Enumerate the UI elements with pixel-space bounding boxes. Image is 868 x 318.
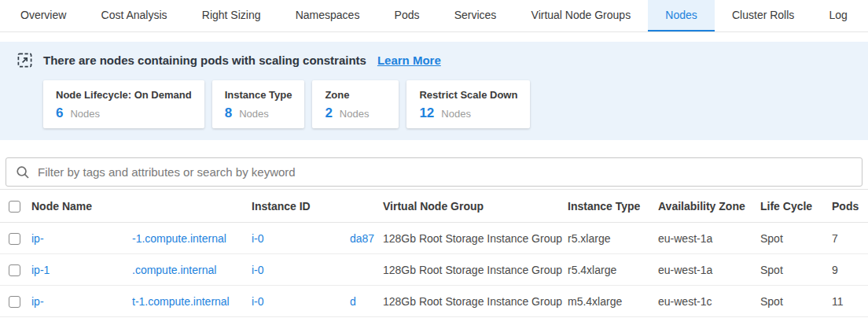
tab-namespaces[interactable]: Namespaces xyxy=(278,0,377,31)
instance-type-cell: r5.4xlarge xyxy=(568,254,658,286)
tab-nodes[interactable]: Nodes xyxy=(648,0,714,31)
node-name-link[interactable]: ip--1.compute.internal xyxy=(31,231,252,246)
virtual-node-group-cell: 128Gb Root Storage Instance Group xyxy=(383,223,568,254)
card-restrict-scale-down[interactable]: Restrict Scale Down 12 Nodes xyxy=(406,80,530,128)
card-instance-type[interactable]: Instance Type 8 Nodes xyxy=(212,80,305,128)
card-unit: Nodes xyxy=(441,108,471,120)
col-node-name: Node Name xyxy=(31,190,252,223)
availability-zone-cell: eu-west-1a xyxy=(658,254,760,286)
instance-type-cell: m5.4xlarge xyxy=(568,286,658,317)
tab-pods[interactable]: Pods xyxy=(377,0,437,31)
instance-id-link[interactable]: i-0d xyxy=(252,294,383,309)
row-checkbox[interactable] xyxy=(9,264,20,276)
card-title: Restrict Scale Down xyxy=(419,89,517,101)
instance-id-link[interactable]: i-0da87 xyxy=(252,231,383,246)
table-row[interactable]: ip-1.compute.internal i-0 128Gb Root Sto… xyxy=(0,254,868,286)
instance-type-cell: r5.xlarge xyxy=(568,223,658,254)
tab-cluster-rolls[interactable]: Cluster Rolls xyxy=(715,0,811,31)
virtual-node-group-cell: 128Gb Root Storage Instance Group xyxy=(383,254,568,286)
tab-services[interactable]: Services xyxy=(437,0,514,31)
table-header-row: Node Name Instance ID Virtual Node Group… xyxy=(0,190,868,223)
scaling-constraints-banner: There are nodes containing pods with sca… xyxy=(0,42,868,140)
node-name-link[interactable]: ip-1.compute.internal xyxy=(31,262,252,278)
scale-constraint-icon xyxy=(17,53,32,68)
filter-input[interactable] xyxy=(38,165,852,179)
banner-message: There are nodes containing pods with sca… xyxy=(43,54,366,67)
filter-bar xyxy=(6,157,862,187)
card-count: 6 xyxy=(56,105,63,121)
card-unit: Nodes xyxy=(70,108,100,120)
card-count: 8 xyxy=(225,105,232,121)
tab-virtual-node-groups[interactable]: Virtual Node Groups xyxy=(514,0,649,31)
col-virtual-node-group: Virtual Node Group xyxy=(383,190,568,223)
tab-cost-analysis[interactable]: Cost Analysis xyxy=(84,0,185,31)
life-cycle-cell: Spot xyxy=(760,286,832,317)
card-node-lifecycle-on-demand[interactable]: Node Lifecycle: On Demand 6 Nodes xyxy=(43,80,204,128)
col-life-cycle: Life Cycle xyxy=(760,190,832,223)
table-row[interactable]: ip--1.compute.internal i-0da87 128Gb Roo… xyxy=(0,223,868,254)
card-title: Instance Type xyxy=(225,89,292,101)
pods-cell: 11 xyxy=(832,286,868,317)
card-unit: Nodes xyxy=(239,108,269,120)
tab-log[interactable]: Log xyxy=(812,0,865,31)
select-all-checkbox[interactable] xyxy=(9,201,20,213)
availability-zone-cell: eu-west-1c xyxy=(658,286,760,317)
life-cycle-cell: Spot xyxy=(760,254,832,286)
col-instance-type: Instance Type xyxy=(568,190,658,223)
card-title: Zone xyxy=(325,89,386,101)
table-row[interactable]: ip-t-1.compute.internal i-0d 128Gb Root … xyxy=(0,286,868,317)
card-zone[interactable]: Zone 2 Nodes xyxy=(312,80,399,128)
col-instance-id: Instance ID xyxy=(252,190,383,223)
nodes-table: Node Name Instance ID Virtual Node Group… xyxy=(0,189,868,317)
tab-overview[interactable]: Overview xyxy=(3,0,83,31)
pods-cell: 9 xyxy=(832,254,868,286)
card-unit: Nodes xyxy=(340,108,370,120)
tab-right-sizing[interactable]: Right Sizing xyxy=(185,0,278,31)
life-cycle-cell: Spot xyxy=(760,223,832,254)
pods-cell: 7 xyxy=(832,223,868,254)
virtual-node-group-cell: 128Gb Root Storage Instance Group xyxy=(383,286,568,317)
tab-bar: Overview Cost Analysis Right Sizing Name… xyxy=(0,0,868,32)
row-checkbox[interactable] xyxy=(9,296,20,308)
card-title: Node Lifecycle: On Demand xyxy=(56,89,192,101)
constraint-cards: Node Lifecycle: On Demand 6 Nodes Instan… xyxy=(43,80,868,128)
col-pods: Pods xyxy=(832,190,868,223)
availability-zone-cell: eu-west-1a xyxy=(658,223,760,254)
col-availability-zone: Availability Zone xyxy=(658,190,760,223)
instance-id-link[interactable]: i-0 xyxy=(252,262,383,278)
node-name-link[interactable]: ip-t-1.compute.internal xyxy=(31,294,252,309)
search-icon xyxy=(16,165,30,179)
row-checkbox[interactable] xyxy=(9,233,20,245)
card-count: 2 xyxy=(325,105,332,121)
learn-more-link[interactable]: Learn More xyxy=(377,54,441,67)
card-count: 12 xyxy=(419,105,434,121)
